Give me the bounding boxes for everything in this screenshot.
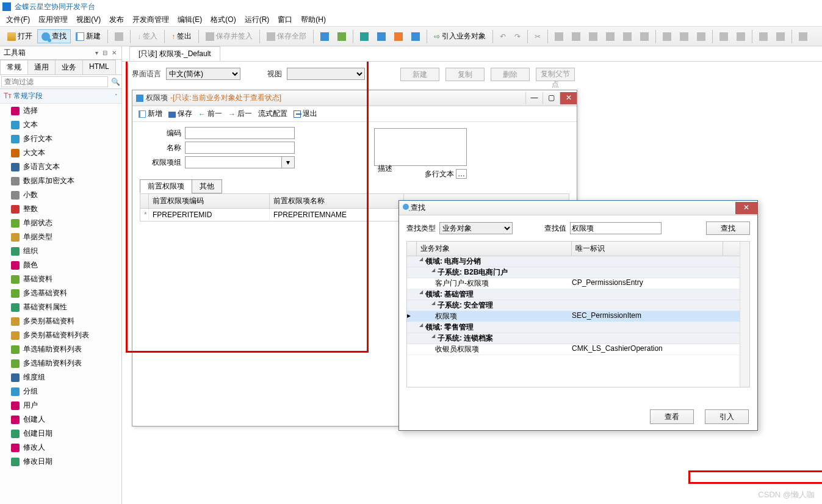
toolbox-item[interactable]: 修改人 (0, 441, 121, 455)
align-bottom-button[interactable] (636, 31, 652, 42)
align-left-button[interactable] (551, 31, 567, 42)
new-button[interactable]: 新建 (72, 30, 104, 43)
align-top-button[interactable] (602, 31, 618, 42)
find-group[interactable]: ◢子系统: 安全管理 (407, 300, 749, 311)
tab-general[interactable]: 常规 (0, 60, 28, 74)
designer-delete-button[interactable]: 删除 (491, 68, 530, 81)
name-input[interactable] (185, 142, 295, 154)
find-dialog-close-button[interactable]: ✕ (735, 202, 757, 214)
toolbox-item[interactable]: 小数 (0, 188, 121, 202)
find-view-button[interactable]: 查看 (650, 409, 694, 424)
align-center-button[interactable] (568, 31, 584, 42)
checkout-button[interactable]: ↑签出 (168, 30, 195, 43)
send-back-button[interactable] (773, 31, 788, 42)
find-group[interactable]: ◢领域: 基础管理 (407, 289, 749, 300)
tb-b[interactable] (334, 31, 350, 42)
align-middle-button[interactable] (619, 31, 635, 42)
menu-edit[interactable]: 编辑(E) (178, 15, 202, 25)
tab-other[interactable]: 其他 (192, 179, 222, 193)
tb-f[interactable] (408, 31, 424, 42)
win-exit-button[interactable]: 退出 (294, 109, 317, 119)
win-flow-button[interactable]: 流式配置 (258, 109, 287, 119)
menu-dev[interactable]: 开发商管理 (132, 15, 169, 25)
bring-front-button[interactable] (755, 31, 771, 42)
toolbox-item[interactable]: 分组 (0, 384, 121, 398)
toolbox-item[interactable]: 多选辅助资料列表 (0, 356, 121, 370)
tb-c[interactable] (356, 31, 372, 42)
toolbox-item[interactable]: 多语言文本 (0, 160, 121, 174)
win-save-button[interactable]: 保存 (168, 109, 192, 119)
open-button[interactable]: 打开 (4, 30, 36, 43)
toolbox-item[interactable]: 单选辅助资料列表 (0, 342, 121, 356)
code-input[interactable] (185, 127, 295, 139)
toolbox-item[interactable]: 创建人 (0, 412, 121, 427)
find-group[interactable]: ◢子系统: B2B电商门户 (407, 267, 749, 278)
size-both-button[interactable] (693, 31, 709, 42)
win-next-button[interactable]: →后一 (228, 109, 252, 119)
designer-copyparent-button[interactable]: 复制父节点 (536, 68, 575, 81)
find-group[interactable]: ◢领域: 零售管理 (407, 322, 749, 333)
find-item[interactable]: 客户门户-权限项CP_PermissionsEntry (407, 278, 749, 289)
toolbox-item[interactable]: 组织 (0, 244, 121, 258)
hspace-button[interactable] (716, 31, 732, 42)
import-bizobj-button[interactable]: ⇨引入业务对象 (430, 30, 489, 43)
window-close-button[interactable]: ✕ (560, 92, 577, 104)
section-header[interactable]: Tт 常规字段 ˄ (0, 89, 121, 104)
toolbox-item[interactable]: 基础资料 (0, 272, 121, 286)
find-item[interactable]: 收银员权限项CMK_LS_CashierOperation (407, 344, 749, 355)
find-import-button[interactable]: 引入 (705, 409, 749, 424)
toolbox-item[interactable]: 大文本 (0, 146, 121, 160)
win-new-button[interactable]: 新增 (139, 109, 162, 119)
toolbox-pin[interactable]: ▾ ⊟ ✕ (95, 49, 118, 56)
size-h-button[interactable] (676, 31, 692, 42)
save-button[interactable] (111, 31, 127, 42)
toolbox-item[interactable]: 多选基础资料 (0, 286, 121, 300)
save-all-button[interactable]: 保存全部 (263, 30, 310, 43)
search-button[interactable]: 查找 (37, 29, 71, 43)
toolbox-item[interactable]: 创建日期 (0, 427, 121, 441)
toolbox-item[interactable]: 用户 (0, 398, 121, 412)
tb-d[interactable] (373, 31, 389, 42)
toolbox-item[interactable]: 修改日期 (0, 455, 121, 469)
win-prev-button[interactable]: ←前一 (198, 109, 222, 119)
checkin-button[interactable]: ↓签入 (134, 30, 161, 43)
find-group[interactable]: ◢子系统: 连锁档案 (407, 333, 749, 344)
tab-common[interactable]: 通用 (27, 60, 56, 74)
toolbox-item[interactable]: 维度组 (0, 370, 121, 384)
toolbox-item[interactable]: 多类别基础资料列表 (0, 328, 121, 342)
tab-preperm[interactable]: 前置权限项 (140, 179, 192, 193)
designer-copy-button[interactable]: 复制 (445, 68, 485, 81)
toolbox-item[interactable]: 颜色 (0, 258, 121, 272)
align-right-button[interactable] (585, 31, 601, 42)
view-select[interactable] (287, 68, 365, 80)
toolbox-item[interactable]: 单据状态 (0, 216, 121, 230)
menu-format[interactable]: 格式(O) (211, 15, 236, 25)
find-value-input[interactable] (570, 222, 662, 234)
menu-help[interactable]: 帮助(H) (301, 15, 326, 25)
toolbox-item[interactable]: 整数 (0, 202, 121, 216)
designer-new-button[interactable]: 新建 (400, 68, 439, 81)
toolbox-item[interactable]: 多类别基础资料 (0, 314, 121, 328)
window-min-button[interactable]: — (525, 92, 543, 104)
find-button[interactable]: 查找 (706, 221, 750, 235)
tab-biz[interactable]: 业务 (55, 60, 83, 74)
redo-button[interactable]: ↷ (511, 31, 524, 42)
undo-button[interactable]: ↶ (496, 31, 510, 42)
toolbox-item[interactable]: 基础资料属性 (0, 300, 121, 314)
menu-app[interactable]: 应用管理 (38, 15, 68, 25)
find-type-select[interactable]: 业务对象 (439, 222, 513, 234)
doc-tab[interactable]: [只读] 权限项-_Default (129, 46, 220, 61)
find-group[interactable]: ◢领域: 电商与分销 (407, 256, 749, 267)
desc-textarea[interactable] (374, 128, 467, 166)
tb-e[interactable] (391, 31, 406, 42)
menu-view[interactable]: 视图(V) (76, 15, 101, 25)
vspace-button[interactable] (733, 31, 749, 42)
toolbox-item[interactable]: 数据库加密文本 (0, 174, 121, 188)
menu-file[interactable]: 文件(F) (6, 15, 30, 25)
menu-run[interactable]: 运行(R) (245, 15, 270, 25)
tb-a[interactable] (317, 31, 333, 42)
window-max-button[interactable]: ▢ (543, 92, 560, 104)
toolbox-filter-icon[interactable]: 🔍 (109, 77, 121, 86)
toolbox-item[interactable]: 选择 (0, 104, 121, 118)
menu-publish[interactable]: 发布 (109, 15, 124, 25)
